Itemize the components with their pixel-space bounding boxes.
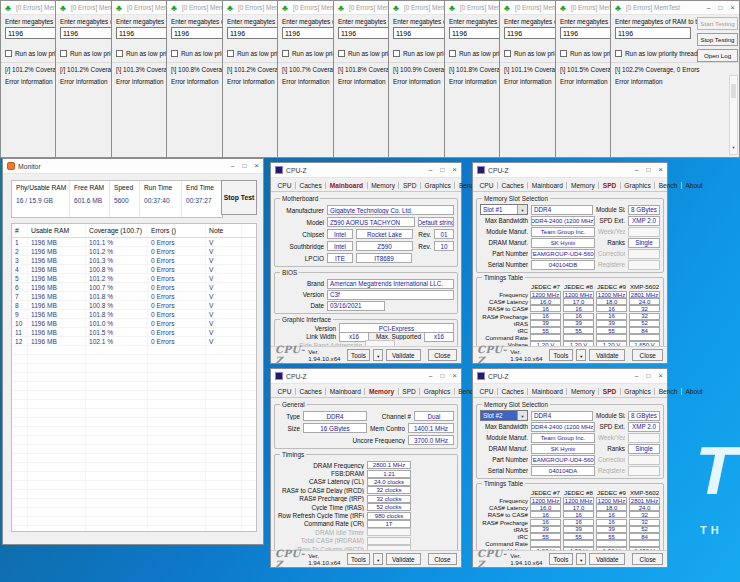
- low-priority-checkbox[interactable]: [393, 50, 400, 57]
- scroll-down-icon[interactable]: [730, 135, 737, 153]
- minimize-icon[interactable]: [231, 163, 235, 169]
- low-priority-checkbox[interactable]: [615, 50, 622, 57]
- open-log-button[interactable]: Open Log: [697, 49, 738, 62]
- minimize-icon[interactable]: [429, 373, 433, 379]
- tab-graphics[interactable]: Graphics: [621, 182, 655, 189]
- low-priority-checkbox[interactable]: [171, 50, 178, 57]
- stop-testing-button[interactable]: Stop Testing: [697, 33, 738, 46]
- timing-value: 16: [530, 519, 561, 526]
- tab-mainboard[interactable]: Mainboard: [528, 388, 567, 395]
- tab-caches[interactable]: Caches: [498, 388, 528, 395]
- ram-amount-input[interactable]: [116, 27, 168, 39]
- tools-dropdown-button[interactable]: [576, 349, 586, 361]
- scrollbar-thumb[interactable]: [731, 84, 736, 98]
- tab-mainboard[interactable]: Mainboard: [326, 388, 365, 395]
- close-icon[interactable]: [658, 373, 663, 379]
- ram-amount-input[interactable]: [5, 27, 57, 39]
- minimize-icon[interactable]: [635, 373, 639, 379]
- close-icon[interactable]: [730, 5, 735, 11]
- maximize-icon[interactable]: [242, 163, 246, 169]
- tools-button[interactable]: Tools: [549, 349, 574, 361]
- memory-slot-select[interactable]: Slot #2: [480, 410, 528, 421]
- validate-button[interactable]: Validate: [589, 553, 625, 565]
- tab-spd[interactable]: SPD: [399, 388, 421, 395]
- maximize-icon[interactable]: [646, 373, 650, 379]
- ram-amount-input[interactable]: [615, 27, 691, 39]
- ram-amount-input[interactable]: [393, 27, 445, 39]
- validate-button[interactable]: Validate: [589, 349, 625, 361]
- dropdown-button[interactable]: [517, 205, 527, 214]
- ram-amount-input[interactable]: [171, 27, 223, 39]
- tab-memory[interactable]: Memory: [567, 182, 599, 189]
- tab-graphics[interactable]: Graphics: [621, 388, 655, 395]
- tab-about[interactable]: About: [682, 388, 706, 395]
- tools-button[interactable]: Tools: [347, 553, 371, 565]
- low-priority-checkbox[interactable]: [504, 50, 511, 57]
- tools-dropdown-button[interactable]: [373, 349, 383, 361]
- low-priority-checkbox[interactable]: [338, 50, 345, 57]
- tab-caches[interactable]: Caches: [296, 182, 326, 189]
- tab-graphics[interactable]: Graphics: [420, 388, 454, 395]
- ram-amount-input[interactable]: [338, 27, 390, 39]
- tab-spd[interactable]: SPD: [599, 388, 621, 395]
- memory-slot-select[interactable]: Slot #1: [480, 204, 528, 215]
- maximize-icon[interactable]: [646, 167, 650, 173]
- validate-button[interactable]: Validate: [386, 553, 421, 565]
- close-icon[interactable]: [452, 373, 457, 379]
- close-button[interactable]: Close: [428, 349, 457, 361]
- close-button[interactable]: Close: [632, 349, 663, 361]
- error-scrollbar[interactable]: [729, 75, 738, 155]
- low-priority-checkbox[interactable]: [282, 50, 289, 57]
- low-priority-row: Run as low priority thread: [60, 50, 112, 57]
- tab-cpu[interactable]: CPU: [274, 388, 296, 395]
- tools-button[interactable]: Tools: [347, 349, 371, 361]
- low-priority-checkbox[interactable]: [449, 50, 456, 57]
- tab-memory[interactable]: Memory: [567, 388, 599, 395]
- tab-spd[interactable]: SPD: [399, 182, 421, 189]
- minimize-icon[interactable]: [429, 167, 433, 173]
- tab-cpu[interactable]: CPU: [476, 182, 498, 189]
- ram-amount-input[interactable]: [560, 27, 612, 39]
- close-icon[interactable]: [658, 167, 663, 173]
- ram-amount-input[interactable]: [504, 27, 556, 39]
- tab-about[interactable]: About: [682, 182, 706, 189]
- low-priority-checkbox[interactable]: [5, 50, 12, 57]
- maximize-icon[interactable]: [718, 5, 722, 11]
- low-priority-checkbox[interactable]: [116, 50, 123, 57]
- maximize-icon[interactable]: [440, 167, 444, 173]
- ram-amount-input[interactable]: [282, 27, 334, 39]
- tab-mainboard[interactable]: Mainboard: [326, 182, 367, 189]
- minimize-icon[interactable]: [635, 167, 639, 173]
- tools-dropdown-button[interactable]: [576, 553, 586, 565]
- tab-memory[interactable]: Memory: [368, 182, 400, 189]
- maximize-icon[interactable]: [440, 373, 444, 379]
- start-testing-button[interactable]: Start Testing: [697, 17, 738, 30]
- tab-mainboard[interactable]: Mainboard: [528, 182, 567, 189]
- low-priority-checkbox[interactable]: [227, 50, 234, 57]
- validate-button[interactable]: Validate: [386, 349, 421, 361]
- tab-bench[interactable]: Bench: [655, 388, 682, 395]
- low-priority-checkbox[interactable]: [560, 50, 567, 57]
- ram-amount-input[interactable]: [449, 27, 501, 39]
- close-button[interactable]: Close: [428, 553, 457, 565]
- tab-caches[interactable]: Caches: [296, 388, 326, 395]
- minimize-icon[interactable]: [707, 5, 711, 11]
- tab-cpu[interactable]: CPU: [476, 388, 498, 395]
- dropdown-button[interactable]: [517, 411, 527, 420]
- tools-dropdown-button[interactable]: [373, 553, 383, 565]
- ram-amount-input[interactable]: [60, 27, 112, 39]
- close-icon[interactable]: [452, 167, 457, 173]
- stop-test-button[interactable]: Stop Test: [221, 180, 257, 215]
- close-button[interactable]: Close: [632, 553, 663, 565]
- low-priority-checkbox[interactable]: [60, 50, 67, 57]
- tab-caches[interactable]: Caches: [498, 182, 528, 189]
- tab-bench[interactable]: Bench: [655, 182, 682, 189]
- tab-memory[interactable]: Memory: [365, 388, 398, 395]
- tab-cpu[interactable]: CPU: [274, 182, 296, 189]
- table-empty-cell: [148, 346, 206, 354]
- ram-amount-input[interactable]: [227, 27, 279, 39]
- tab-spd[interactable]: SPD: [599, 182, 621, 189]
- tab-graphics[interactable]: Graphics: [421, 182, 455, 189]
- close-icon[interactable]: [254, 163, 259, 169]
- tools-button[interactable]: Tools: [549, 553, 574, 565]
